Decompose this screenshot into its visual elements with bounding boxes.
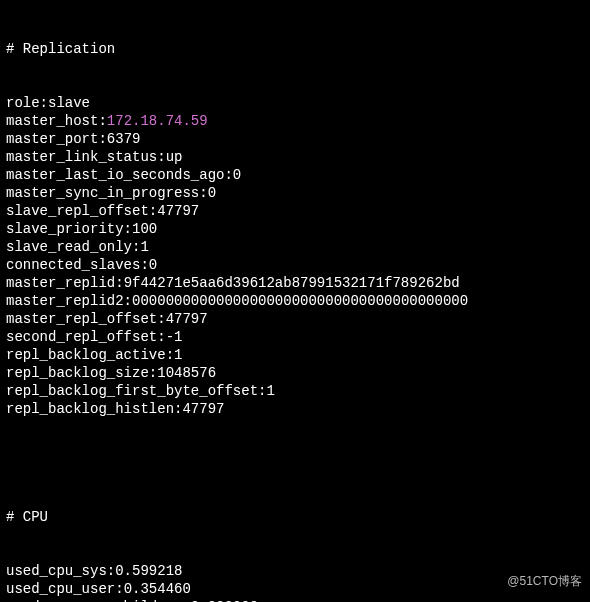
kv-line: master_last_io_seconds_ago:0	[6, 166, 584, 184]
kv-key: repl_backlog_histlen:	[6, 401, 182, 417]
kv-line: repl_backlog_first_byte_offset:1	[6, 382, 584, 400]
kv-key: connected_slaves:	[6, 257, 149, 273]
kv-line: used_cpu_sys:0.599218	[6, 562, 584, 580]
kv-line: master_host:172.18.74.59	[6, 112, 584, 130]
kv-key: master_host:	[6, 113, 107, 129]
kv-line: master_link_status:up	[6, 148, 584, 166]
kv-value: up	[166, 149, 183, 165]
kv-key: repl_backlog_size:	[6, 365, 157, 381]
kv-line: master_port:6379	[6, 130, 584, 148]
kv-value: 0.354460	[124, 581, 191, 597]
kv-key: master_replid:	[6, 275, 124, 291]
kv-value: 6379	[107, 131, 141, 147]
kv-key: repl_backlog_first_byte_offset:	[6, 383, 266, 399]
kv-key: repl_backlog_active:	[6, 347, 174, 363]
kv-value: 0	[208, 185, 216, 201]
kv-line: master_sync_in_progress:0	[6, 184, 584, 202]
kv-value: 1	[140, 239, 148, 255]
kv-line: slave_priority:100	[6, 220, 584, 238]
kv-key: master_last_io_seconds_ago:	[6, 167, 233, 183]
section-header-replication: # Replication	[6, 40, 584, 58]
kv-line: slave_read_only:1	[6, 238, 584, 256]
kv-key: master_port:	[6, 131, 107, 147]
kv-value: 0000000000000000000000000000000000000000	[132, 293, 468, 309]
kv-line: connected_slaves:0	[6, 256, 584, 274]
replication-block: role:slavemaster_host:172.18.74.59master…	[6, 94, 584, 418]
watermark-label: @51CTO博客	[507, 572, 582, 590]
kv-line: master_repl_offset:47797	[6, 310, 584, 328]
cpu-block: used_cpu_sys:0.599218used_cpu_user:0.354…	[6, 562, 584, 602]
kv-key: used_cpu_user:	[6, 581, 124, 597]
blank-line	[6, 454, 584, 472]
kv-key: slave_priority:	[6, 221, 132, 237]
kv-line: used_cpu_user:0.354460	[6, 580, 584, 598]
kv-value: -1	[166, 329, 183, 345]
kv-value: 1	[266, 383, 274, 399]
kv-value: 9f44271e5aa6d39612ab87991532171f789262bd	[124, 275, 460, 291]
kv-line: repl_backlog_active:1	[6, 346, 584, 364]
kv-key: master_link_status:	[6, 149, 166, 165]
kv-value: 0	[233, 167, 241, 183]
kv-line: repl_backlog_size:1048576	[6, 364, 584, 382]
kv-key: slave_read_only:	[6, 239, 140, 255]
kv-line: slave_repl_offset:47797	[6, 202, 584, 220]
kv-value: 47797	[182, 401, 224, 417]
kv-value: 0.599218	[115, 563, 182, 579]
kv-key: master_replid2:	[6, 293, 132, 309]
kv-key: master_repl_offset:	[6, 311, 166, 327]
kv-line: master_replid2:0000000000000000000000000…	[6, 292, 584, 310]
kv-key: used_cpu_sys:	[6, 563, 115, 579]
kv-value: 47797	[157, 203, 199, 219]
kv-value: 1048576	[157, 365, 216, 381]
kv-key: slave_repl_offset:	[6, 203, 157, 219]
kv-value: 100	[132, 221, 157, 237]
kv-value: 1	[174, 347, 182, 363]
kv-line: repl_backlog_histlen:47797	[6, 400, 584, 418]
section-header-cpu: # CPU	[6, 508, 584, 526]
kv-key: second_repl_offset:	[6, 329, 166, 345]
terminal-output: # Replication role:slavemaster_host:172.…	[0, 0, 590, 602]
kv-line: role:slave	[6, 94, 584, 112]
kv-value: 47797	[166, 311, 208, 327]
kv-value: slave	[48, 95, 90, 111]
kv-line: used_cpu_sys_children:0.000000	[6, 598, 584, 602]
kv-key: role:	[6, 95, 48, 111]
kv-value: 172.18.74.59	[107, 113, 208, 129]
kv-key: master_sync_in_progress:	[6, 185, 208, 201]
kv-line: master_replid:9f44271e5aa6d39612ab879915…	[6, 274, 584, 292]
kv-line: second_repl_offset:-1	[6, 328, 584, 346]
kv-value: 0	[149, 257, 157, 273]
